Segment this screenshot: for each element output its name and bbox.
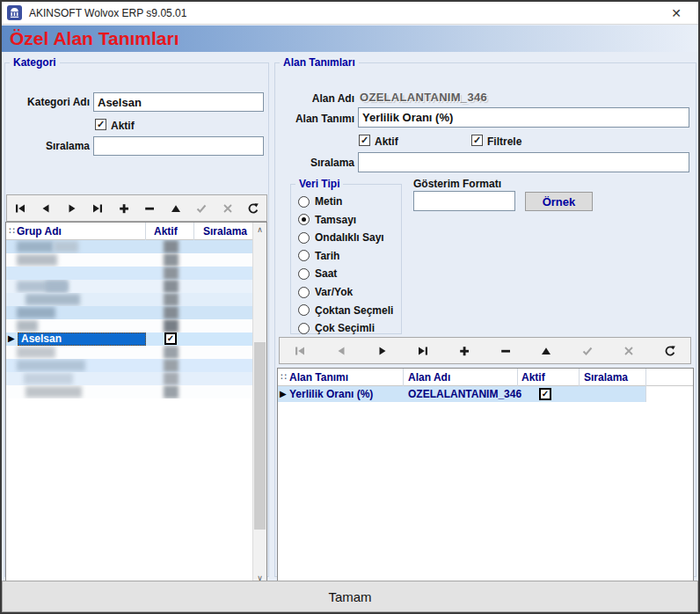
grid-drag-handle-icon: ∷ [281, 371, 286, 383]
alan-aktif-checkbox[interactable]: ✓ [359, 135, 370, 146]
redacted-grid-row[interactable] [6, 240, 254, 253]
redacted-grid-row[interactable] [6, 359, 254, 372]
radio-label: Tarih [315, 250, 339, 262]
last-record-button[interactable] [412, 340, 434, 362]
redacted-grid-row[interactable] [6, 385, 254, 398]
insert-record-button[interactable] [113, 198, 135, 219]
col-header-siralama[interactable]: Sıralama [203, 225, 247, 238]
edit-record-button[interactable] [164, 198, 187, 219]
redacted-grid-row[interactable] [6, 267, 254, 280]
delete-record-button[interactable] [138, 198, 161, 219]
col-header-aktif[interactable]: Aktif [521, 371, 545, 384]
next-record-icon [376, 345, 389, 357]
veri-tipi-option-3[interactable]: Ondalıklı Sayı [298, 231, 384, 244]
row-indicator-icon: ▶ [280, 389, 287, 398]
cell-aktif-checkbox[interactable]: ✓ [539, 388, 551, 400]
radio-label: Metin [315, 195, 342, 208]
redacted-grid-row[interactable] [6, 372, 254, 385]
cell-aktif-checkbox[interactable]: ✓ [164, 333, 177, 345]
col-header-alan-adi[interactable]: Alan Adı [408, 371, 450, 384]
veri-tipi-option-5[interactable]: Saat [298, 267, 337, 280]
cell-alan-tanimi: Yerlilik Oranı (%) [289, 388, 373, 400]
col-header-alan-tanimi[interactable]: Alan Tanımı [289, 371, 348, 384]
alan-filtrele-checkbox[interactable]: ✓ [471, 135, 483, 146]
next-record-button[interactable] [61, 198, 84, 219]
redacted-grid-row[interactable] [6, 319, 254, 333]
prev-record-button [330, 340, 353, 362]
app-logo-icon [7, 5, 22, 20]
kategori-siralama-input[interactable] [93, 136, 264, 156]
scroll-thumb[interactable] [254, 342, 266, 530]
veri-tipi-option-1[interactable]: Metin [298, 195, 342, 208]
redacted-grid-row[interactable] [6, 253, 254, 267]
insert-record-icon [458, 345, 470, 357]
first-record-button[interactable] [9, 198, 32, 219]
col-header-siralama[interactable]: Sıralama [584, 371, 628, 384]
alan-tanimi-label: Alan Tanımı [275, 113, 354, 125]
refresh-records-button[interactable] [659, 340, 682, 362]
col-header-aktif[interactable]: Aktif [154, 225, 178, 238]
title-bar: AKINSOFT Wolvox ERP s9.05.01 ✕ [2, 2, 698, 25]
prev-record-button[interactable] [34, 198, 57, 219]
veri-tipi-option-7[interactable]: Çoktan Seçmeli [298, 304, 393, 317]
gosterim-formati-input[interactable] [413, 191, 515, 211]
veri-tipi-option-4[interactable]: Tarih [298, 250, 339, 262]
veri-tipi-option-8[interactable]: Çok Seçimli [298, 322, 375, 334]
radio-icon[interactable] [298, 287, 310, 298]
kategori-grid-rows: ▶Aselsan✓ [6, 240, 254, 398]
kategori-adi-label: Kategori Adı [5, 96, 90, 108]
radio-icon[interactable] [298, 268, 310, 280]
alan-siralama-label: Sıralama [275, 157, 354, 169]
kategori-grid: ∷ Grup Adı Aktif Sıralama ▶Aselsan✓ ∧ ∨ [5, 222, 267, 586]
radio-icon[interactable] [298, 232, 310, 244]
first-record-icon [14, 202, 26, 215]
kategori-aktif-checkbox[interactable]: ✓ [95, 119, 106, 130]
cancel-record-button [617, 340, 640, 362]
cancel-record-icon [623, 345, 635, 357]
redacted-grid-row[interactable] [6, 280, 254, 293]
next-record-button[interactable] [371, 340, 394, 362]
cell-grup-adi-selected[interactable]: Aselsan [18, 333, 146, 346]
col-header-grup-adi[interactable]: Grup Adı [17, 225, 62, 238]
radio-icon[interactable] [298, 196, 310, 208]
last-record-button[interactable] [86, 198, 109, 219]
alan-siralama-input[interactable] [358, 152, 689, 172]
alan-nav-toolbar [279, 337, 691, 364]
edit-record-button[interactable] [535, 340, 558, 362]
kategori-aktif-label: Aktif [111, 120, 135, 132]
kategori-panel: Kategori Kategori Adı ✓ Aktif Sıralama ∷… [4, 56, 269, 577]
radio-icon[interactable] [298, 323, 310, 334]
redacted-grid-row[interactable] [6, 306, 254, 319]
ornek-button[interactable]: Örnek [525, 192, 593, 211]
radio-label: Çoktan Seçmeli [315, 304, 393, 317]
veri-tipi-group: Veri Tipi MetinTamsayıOndalıklı SayıTari… [290, 178, 402, 334]
veri-tipi-option-6[interactable]: Var/Yok [298, 286, 353, 298]
redacted-grid-row[interactable] [6, 293, 254, 306]
alan-grid-row[interactable]: ▶ Yerlilik Oranı (%) OZELALANTANIM_346 ✓ [278, 386, 645, 402]
alan-filtrele-label: Filtrele [487, 135, 521, 148]
app-window: AKINSOFT Wolvox ERP s9.05.01 ✕ Özel Alan… [0, 0, 700, 614]
tamam-button[interactable]: Tamam [2, 581, 698, 612]
refresh-records-button[interactable] [242, 198, 265, 219]
alan-tanimi-input[interactable] [358, 107, 689, 128]
last-record-icon [417, 345, 429, 357]
veri-tipi-option-2[interactable]: Tamsayı [298, 214, 356, 226]
radio-icon[interactable] [298, 250, 310, 261]
delete-record-icon [499, 345, 512, 357]
alan-aktif-label: Aktif [375, 135, 398, 148]
insert-record-button[interactable] [453, 340, 476, 362]
radio-icon[interactable] [298, 214, 310, 225]
prev-record-icon [335, 345, 347, 357]
close-icon[interactable]: ✕ [667, 4, 686, 22]
kategori-adi-input[interactable] [93, 92, 264, 112]
scroll-up-icon[interactable]: ∧ [253, 225, 266, 234]
alan-adi-value: OZELALANTANIM_346 [360, 91, 487, 104]
radio-label: Saat [315, 267, 337, 280]
radio-icon[interactable] [298, 304, 310, 316]
prev-record-icon [40, 202, 52, 215]
kategori-grid-scrollbar[interactable]: ∧ ∨ [252, 223, 266, 585]
delete-record-button[interactable] [494, 340, 517, 362]
selected-grid-row[interactable]: ▶Aselsan✓ [6, 333, 254, 346]
window-title: AKINSOFT Wolvox ERP s9.05.01 [29, 7, 186, 19]
redacted-grid-row[interactable] [6, 346, 254, 359]
